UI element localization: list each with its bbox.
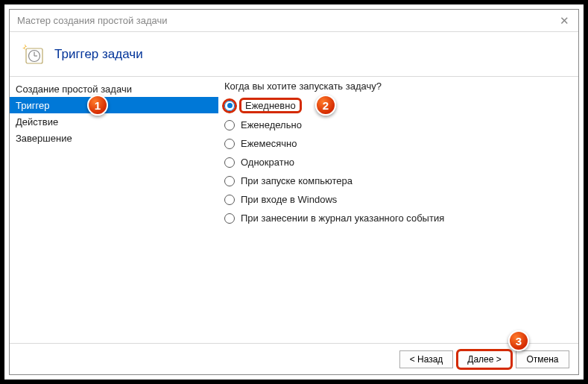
radio-label: При входе в Windows — [241, 194, 337, 205]
wizard-main: Когда вы хотите запускать задачу? Ежедне… — [218, 78, 578, 343]
radio-icon — [224, 157, 235, 168]
next-button[interactable]: Далее > — [458, 350, 511, 368]
radio-daily[interactable]: Ежедневно 2 — [224, 99, 578, 112]
callout-2: 2 — [315, 95, 336, 116]
window-title: Мастер создания простой задачи — [17, 15, 168, 26]
radio-icon — [224, 101, 235, 111]
radio-label: Однократно — [241, 157, 294, 168]
radio-on-event[interactable]: При занесении в журнал указанного событи… — [224, 213, 578, 224]
radio-on-startup[interactable]: При запуске компьютера — [224, 175, 578, 186]
radio-icon — [224, 213, 235, 224]
radio-label: При занесении в журнал указанного событи… — [241, 213, 444, 224]
button-bar: < Назад Далее > Отмена 3 — [10, 343, 578, 374]
radio-icon — [224, 120, 235, 130]
radio-icon — [224, 176, 235, 186]
radio-label: Еженедельно — [241, 119, 302, 130]
close-icon[interactable]: ✕ — [560, 14, 569, 28]
sidebar-item-trigger[interactable]: Триггер 1 — [10, 97, 218, 113]
callout-3: 3 — [508, 330, 529, 351]
sidebar-item-label: Триггер — [16, 100, 49, 111]
wizard-header: Триггер задачи — [10, 32, 578, 77]
radio-label: Ежедневно — [241, 99, 300, 112]
sidebar-item-label: Завершение — [16, 133, 72, 144]
radio-on-logon[interactable]: При входе в Windows — [224, 194, 578, 205]
radio-label: Ежемесячно — [241, 138, 297, 149]
callout-1: 1 — [87, 95, 108, 116]
radio-label: При запуске компьютера — [241, 175, 353, 186]
clock-sparkle-icon — [22, 43, 45, 66]
sidebar-item-create[interactable]: Создание простой задачи — [10, 81, 218, 97]
titlebar: Мастер создания простой задачи ✕ — [10, 10, 578, 32]
radio-icon — [224, 139, 235, 149]
radio-monthly[interactable]: Ежемесячно — [224, 138, 578, 149]
screenshot-frame: Мастер создания простой задачи ✕ Триггер… — [0, 0, 588, 384]
radio-once[interactable]: Однократно — [224, 157, 578, 168]
radio-icon — [224, 195, 235, 205]
sidebar-item-finish[interactable]: Завершение — [10, 130, 218, 146]
wizard-body: Создание простой задачи Триггер 1 Действ… — [10, 77, 578, 343]
radio-weekly[interactable]: Еженедельно — [224, 119, 578, 130]
wizard-sidebar: Создание простой задачи Триггер 1 Действ… — [10, 78, 218, 343]
cancel-button[interactable]: Отмена — [516, 350, 569, 368]
back-button[interactable]: < Назад — [399, 350, 453, 368]
sidebar-item-label: Действие — [16, 116, 58, 128]
wizard-title: Триггер задачи — [54, 47, 143, 62]
dialog-window: Мастер создания простой задачи ✕ Триггер… — [9, 9, 579, 375]
trigger-question: Когда вы хотите запускать задачу? — [224, 81, 578, 92]
sidebar-item-action[interactable]: Действие — [10, 113, 218, 130]
sidebar-item-label: Создание простой задачи — [16, 84, 132, 95]
